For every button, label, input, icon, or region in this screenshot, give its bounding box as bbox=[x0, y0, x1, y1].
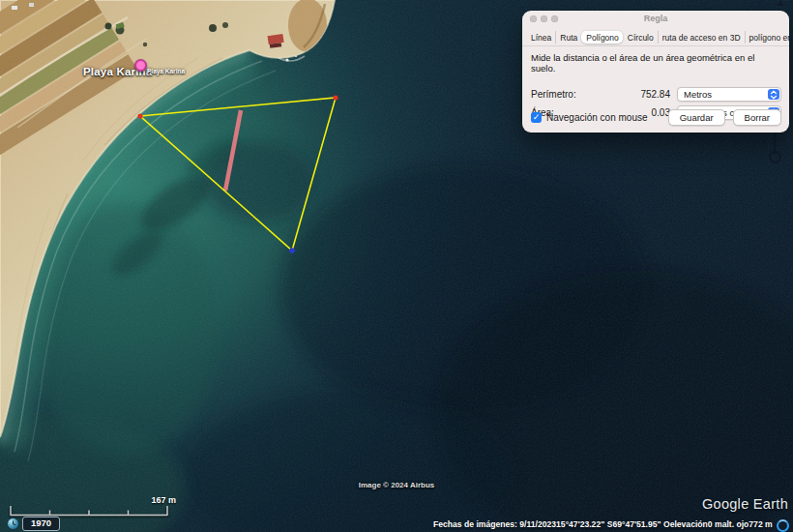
longitude: 69°47'51.95" O bbox=[612, 519, 669, 529]
imagery-attribution: Image © 2024 Airbus bbox=[359, 481, 435, 489]
clock-icon bbox=[7, 517, 19, 530]
tab-ruta-3d[interactable]: ruta de acceso en 3D bbox=[658, 31, 745, 44]
zoom-slider-handle[interactable] bbox=[769, 151, 781, 163]
scale-bar: 167 m bbox=[10, 495, 176, 517]
dialog-title: Regla bbox=[522, 14, 789, 23]
perimeter-unit-select[interactable]: Metros bbox=[677, 87, 781, 102]
tab-ruta[interactable]: Ruta bbox=[555, 31, 581, 44]
eye-altitude-label: alt. ojo bbox=[722, 519, 749, 529]
compass-north-icon bbox=[777, 0, 784, 6]
time-slider-year[interactable]: 1970 bbox=[22, 517, 60, 531]
checkbox-check-icon: ✓ bbox=[533, 113, 541, 122]
perimeter-unit-value: Metros bbox=[684, 89, 712, 100]
eye-altitude-value: 772 m bbox=[749, 519, 772, 529]
ruler-dialog: Regla Línea Ruta Polígono Círculo ruta d… bbox=[522, 11, 789, 133]
ruler-tabs: Línea Ruta Polígono Círculo ruta de acce… bbox=[522, 29, 789, 46]
dialog-titlebar[interactable]: Regla bbox=[522, 11, 789, 27]
streaming-spinner-icon bbox=[777, 519, 789, 532]
tab-poligono[interactable]: Polígono bbox=[581, 31, 623, 44]
placemark-pin-icon[interactable] bbox=[134, 59, 147, 72]
tab-linea[interactable]: Línea bbox=[527, 31, 555, 44]
perimeter-label: Perímetro: bbox=[531, 89, 576, 100]
save-button[interactable]: Guardar bbox=[668, 109, 725, 126]
polygon-vertex[interactable] bbox=[333, 95, 338, 100]
clear-button[interactable]: Borrar bbox=[733, 109, 781, 126]
ruler-description: Mide la distancia o el área de un área g… bbox=[522, 46, 789, 74]
tab-poligono-3d[interactable]: polígono en 3D bbox=[745, 31, 789, 44]
tab-circulo[interactable]: Círculo bbox=[623, 31, 658, 44]
status-bar: Fechas de imágenes: 9/11/2023 15°47'23.2… bbox=[433, 519, 769, 529]
polygon-vertex[interactable] bbox=[137, 113, 142, 118]
placemark-label: Playa Karina bbox=[147, 68, 185, 74]
mouse-nav-label: Navegación con mouse bbox=[546, 112, 648, 123]
google-earth-logo: Google Earth bbox=[702, 496, 788, 512]
time-slider-control[interactable]: 1970 bbox=[7, 517, 60, 531]
imagery-date: Fechas de imágenes: 9/11/2023 bbox=[433, 519, 556, 529]
dropdown-stepper-icon bbox=[768, 89, 779, 100]
google-earth-window: Playa Karina Playa Karina Image © 2024 A… bbox=[0, 0, 793, 532]
mouse-nav-checkbox[interactable]: ✓ bbox=[531, 112, 542, 123]
perimeter-value[interactable]: 752.84 bbox=[640, 89, 677, 100]
scale-label: 167 m bbox=[151, 495, 176, 505]
polygon-vertex-active[interactable] bbox=[289, 248, 295, 253]
latitude: 15°47'23.22" S bbox=[556, 519, 612, 529]
elevation-label: elevación bbox=[670, 519, 708, 529]
elevation-value: 0 m bbox=[708, 519, 722, 529]
